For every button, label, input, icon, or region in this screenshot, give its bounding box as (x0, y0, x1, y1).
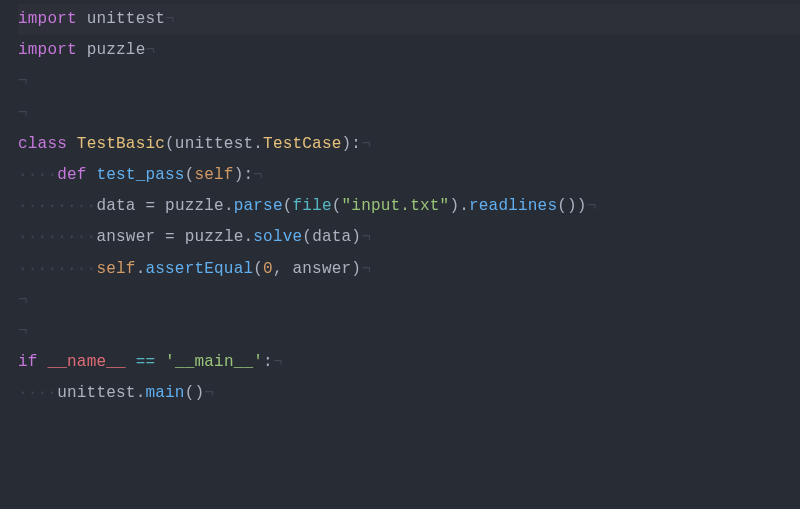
token-param: self (194, 166, 233, 184)
token-kw: def (57, 166, 86, 184)
token-red: __name__ (47, 353, 125, 371)
token-fn: test_pass (96, 166, 184, 184)
token-kw: import (18, 41, 77, 59)
token-eol: ¬ (273, 353, 283, 371)
token-eol: ¬ (361, 135, 371, 153)
code-line[interactable]: ····unittest.main()¬ (18, 378, 800, 409)
code-line[interactable]: ¬ (18, 285, 800, 316)
code-line[interactable]: if __name__ == '__main__':¬ (18, 347, 800, 378)
token-str: '__main__' (165, 353, 263, 371)
token-eol: ¬ (361, 228, 371, 246)
token-ws: ········ (18, 260, 96, 278)
token-num: 0 (263, 260, 273, 278)
token-op: , (273, 260, 293, 278)
token-ws: ········ (18, 197, 96, 215)
code-line[interactable]: ¬ (18, 98, 800, 129)
code-line[interactable]: class TestBasic(unittest.TestCase):¬ (18, 129, 800, 160)
token-ws: ···· (18, 166, 57, 184)
token-op (87, 166, 97, 184)
token-ident: puzzle (185, 228, 244, 246)
token-op: ). (449, 197, 469, 215)
code-line[interactable]: import puzzle¬ (18, 35, 800, 66)
token-op (136, 197, 146, 215)
token-eol: ¬ (587, 197, 597, 215)
token-eol: ¬ (18, 104, 28, 122)
token-eol: ¬ (18, 322, 28, 340)
token-fn: parse (234, 197, 283, 215)
token-op: () (185, 384, 205, 402)
token-kw: class (18, 135, 67, 153)
token-kw: import (18, 10, 77, 28)
token-op: ( (165, 135, 175, 153)
code-line[interactable]: ····def test_pass(self):¬ (18, 160, 800, 191)
token-op (155, 197, 165, 215)
token-eol: ¬ (18, 72, 28, 90)
token-kw: if (18, 353, 38, 371)
code-line[interactable]: ········answer = puzzle.solve(data)¬ (18, 222, 800, 253)
token-op-cyan: == (136, 353, 156, 371)
token-op (126, 353, 136, 371)
token-eol: ¬ (18, 291, 28, 309)
token-ident: answer (96, 228, 155, 246)
token-ident: unittest (175, 135, 253, 153)
token-ws: ···· (18, 384, 57, 402)
token-eol: ¬ (253, 166, 263, 184)
token-ident: data (312, 228, 351, 246)
token-op: . (253, 135, 263, 153)
token-cls: TestCase (263, 135, 341, 153)
code-editor[interactable]: import unittest¬import puzzle¬¬¬class Te… (18, 4, 800, 409)
token-op: ( (185, 166, 195, 184)
token-op: ): (234, 166, 254, 184)
token-op (77, 10, 87, 28)
token-fn: main (145, 384, 184, 402)
token-op: = (165, 228, 175, 246)
token-eol: ¬ (204, 384, 214, 402)
token-op: . (243, 228, 253, 246)
token-op: = (145, 197, 155, 215)
token-ident: puzzle (87, 41, 146, 59)
token-eol: ¬ (165, 10, 175, 28)
code-line[interactable]: ········data = puzzle.parse(file("input.… (18, 191, 800, 222)
token-op: ()) (557, 197, 586, 215)
code-line[interactable]: ¬ (18, 66, 800, 97)
code-line[interactable]: ¬ (18, 316, 800, 347)
token-fn: solve (253, 228, 302, 246)
token-op: ( (283, 197, 293, 215)
token-fn: assertEqual (145, 260, 253, 278)
token-fn: readlines (469, 197, 557, 215)
token-op: . (224, 197, 234, 215)
token-op: . (136, 384, 146, 402)
token-op: : (263, 353, 273, 371)
token-ident: unittest (57, 384, 135, 402)
token-op (155, 353, 165, 371)
token-op (67, 135, 77, 153)
token-str: "input.txt" (342, 197, 450, 215)
token-cls: TestBasic (77, 135, 165, 153)
token-op (155, 228, 165, 246)
token-ident: unittest (87, 10, 165, 28)
token-op: ) (351, 260, 361, 278)
token-ident: answer (293, 260, 352, 278)
token-op (38, 353, 48, 371)
code-line[interactable]: ········self.assertEqual(0, answer)¬ (18, 254, 800, 285)
token-op: ): (342, 135, 362, 153)
token-ident: data (96, 197, 135, 215)
token-builtin: file (293, 197, 332, 215)
token-op (175, 228, 185, 246)
code-line[interactable]: import unittest¬ (18, 4, 800, 35)
token-op: ) (351, 228, 361, 246)
token-op: ( (253, 260, 263, 278)
token-eol: ¬ (145, 41, 155, 59)
token-op (77, 41, 87, 59)
token-op: . (136, 260, 146, 278)
token-ws: ········ (18, 228, 96, 246)
token-ident: puzzle (165, 197, 224, 215)
token-eol: ¬ (361, 260, 371, 278)
token-op: ( (332, 197, 342, 215)
token-param: self (96, 260, 135, 278)
token-op: ( (302, 228, 312, 246)
